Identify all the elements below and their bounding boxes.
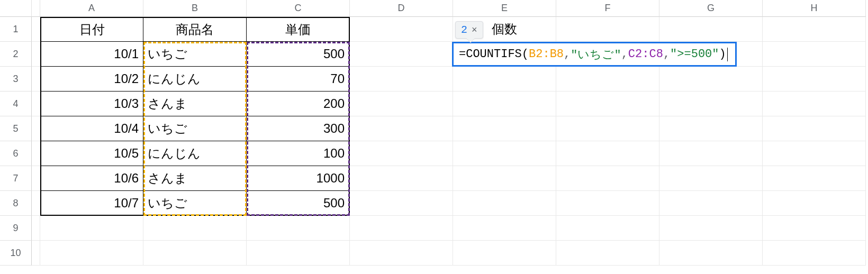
cell-H8[interactable] <box>763 191 866 216</box>
cell-H2[interactable] <box>763 42 866 67</box>
cell-H4[interactable] <box>763 92 866 116</box>
cell-H1[interactable] <box>763 17 866 42</box>
cell-G10[interactable] <box>659 241 763 266</box>
row-header-4[interactable]: 4 <box>0 92 32 116</box>
cell-D9[interactable] <box>350 216 453 241</box>
cell-D2[interactable] <box>350 42 453 67</box>
cell-C3[interactable]: 70 <box>247 67 350 92</box>
cell-C7[interactable]: 1000 <box>247 166 350 191</box>
cell-C10[interactable] <box>247 241 350 266</box>
cell-H10[interactable] <box>763 241 866 266</box>
cell-F1[interactable] <box>556 17 659 42</box>
cell-E9[interactable] <box>453 216 556 241</box>
cell-G5[interactable] <box>659 116 763 141</box>
cell-G4[interactable] <box>659 92 763 116</box>
col-header-C[interactable]: C <box>247 0 350 17</box>
col-header-D[interactable]: D <box>350 0 453 17</box>
cell-A6[interactable]: 10/5 <box>40 141 143 166</box>
cell-B1[interactable]: 商品名 <box>143 17 247 42</box>
col-header-B[interactable]: B <box>143 0 247 17</box>
cell-G8[interactable] <box>659 191 763 216</box>
cell-A8[interactable]: 10/7 <box>40 191 143 216</box>
cell-F5[interactable] <box>556 116 659 141</box>
cell-H3[interactable] <box>763 67 866 92</box>
cell-C9[interactable] <box>247 216 350 241</box>
table-row: 8 10/7 いちご 500 <box>0 191 868 216</box>
cell-F7[interactable] <box>556 166 659 191</box>
cell-D7[interactable] <box>350 166 453 191</box>
cell-G6[interactable] <box>659 141 763 166</box>
cell-B3[interactable]: にんじん <box>143 67 247 92</box>
table-row: 1 日付 商品名 単価 個数 <box>0 17 868 42</box>
cell-D1[interactable] <box>350 17 453 42</box>
row-header-10[interactable]: 10 <box>0 241 32 266</box>
cell-B7[interactable]: さんま <box>143 166 247 191</box>
cell-C5[interactable]: 300 <box>247 116 350 141</box>
row-header-2[interactable]: 2 <box>0 42 32 67</box>
row-header-9[interactable]: 9 <box>0 216 32 241</box>
cell-A4[interactable]: 10/3 <box>40 92 143 116</box>
cell-D5[interactable] <box>350 116 453 141</box>
row-header-8[interactable]: 8 <box>0 191 32 216</box>
cell-F8[interactable] <box>556 191 659 216</box>
cell-E10[interactable] <box>453 241 556 266</box>
cell-A7[interactable]: 10/6 <box>40 166 143 191</box>
row-header-7[interactable]: 7 <box>0 166 32 191</box>
col-header-A[interactable]: A <box>40 0 143 17</box>
cell-D6[interactable] <box>350 141 453 166</box>
cell-E6[interactable] <box>453 141 556 166</box>
cell-C6[interactable]: 100 <box>247 141 350 166</box>
cell-C8[interactable]: 500 <box>247 191 350 216</box>
row-header-3[interactable]: 3 <box>0 67 32 92</box>
cell-A10[interactable] <box>40 241 143 266</box>
cell-E8[interactable] <box>453 191 556 216</box>
cell-B9[interactable] <box>143 216 247 241</box>
cell-C4[interactable]: 200 <box>247 92 350 116</box>
close-icon[interactable]: × <box>472 24 477 35</box>
formula-editor[interactable]: =COUNTIFS(B2:B8,"いちご",C2:C8,">=500") <box>452 42 737 67</box>
cell-H9[interactable] <box>763 216 866 241</box>
cell-A5[interactable]: 10/4 <box>40 116 143 141</box>
cell-F10[interactable] <box>556 241 659 266</box>
cell-E7[interactable] <box>453 166 556 191</box>
cell-H6[interactable] <box>763 141 866 166</box>
cell-E4[interactable] <box>453 92 556 116</box>
col-header-H[interactable]: H <box>763 0 866 17</box>
row-header-1[interactable]: 1 <box>0 17 32 42</box>
cell-C2[interactable]: 500 <box>247 42 350 67</box>
cell-B5[interactable]: いちご <box>143 116 247 141</box>
cell-C1[interactable]: 単価 <box>247 17 350 42</box>
col-header-G[interactable]: G <box>659 0 763 17</box>
cell-H7[interactable] <box>763 166 866 191</box>
cell-A2[interactable]: 10/1 <box>40 42 143 67</box>
cell-E3[interactable] <box>453 67 556 92</box>
cell-G3[interactable] <box>659 67 763 92</box>
col-header-F[interactable]: F <box>556 0 659 17</box>
cell-G1[interactable] <box>659 17 763 42</box>
cell-E5[interactable] <box>453 116 556 141</box>
row-header-5[interactable]: 5 <box>0 116 32 141</box>
cell-B8[interactable]: いちご <box>143 191 247 216</box>
cell-D8[interactable] <box>350 191 453 216</box>
cell-A3[interactable]: 10/2 <box>40 67 143 92</box>
cell-F3[interactable] <box>556 67 659 92</box>
cell-D4[interactable] <box>350 92 453 116</box>
cell-G9[interactable] <box>659 216 763 241</box>
row-header-6[interactable]: 6 <box>0 141 32 166</box>
cell-H5[interactable] <box>763 116 866 141</box>
col-header-E[interactable]: E <box>453 0 556 17</box>
cell-F6[interactable] <box>556 141 659 166</box>
cell-B4[interactable]: さんま <box>143 92 247 116</box>
row-spacer <box>32 191 40 216</box>
cell-A1[interactable]: 日付 <box>40 17 143 42</box>
cell-F9[interactable] <box>556 216 659 241</box>
cell-G7[interactable] <box>659 166 763 191</box>
cell-D10[interactable] <box>350 241 453 266</box>
cell-F4[interactable] <box>556 92 659 116</box>
cell-B2[interactable]: いちご <box>143 42 247 67</box>
cell-A9[interactable] <box>40 216 143 241</box>
cell-B6[interactable]: にんじん <box>143 141 247 166</box>
cell-B10[interactable] <box>143 241 247 266</box>
cell-D3[interactable] <box>350 67 453 92</box>
select-all-corner[interactable] <box>0 0 32 17</box>
